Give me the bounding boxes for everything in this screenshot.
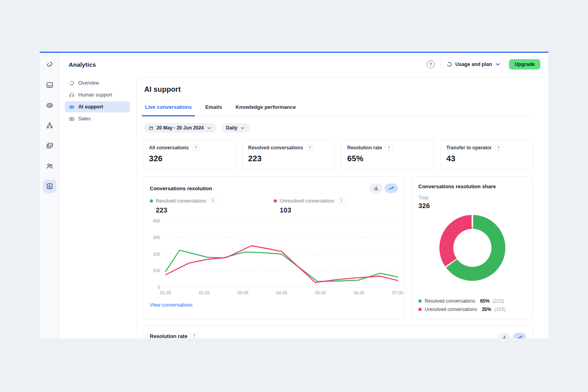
donut-legend: Resolved conversations 65% (223) Uresolv… — [418, 298, 526, 312]
legend-label: Unresolved conversations — [280, 198, 335, 204]
line-chart-xaxis: 01.0502.0503.0504.0505.0506.0507.05 — [166, 290, 398, 297]
sidebar-item-label: Sales — [78, 116, 91, 122]
legend-pct: 65% — [480, 298, 489, 304]
bar-chart-icon — [502, 335, 507, 338]
legend-value: 103 — [280, 207, 398, 214]
help-badge[interactable]: ? — [495, 145, 503, 151]
bar-chart-icon — [373, 185, 379, 191]
donut-chart — [439, 215, 505, 281]
view-conversations-link[interactable]: View conversations — [150, 302, 192, 308]
tab-live-conversations[interactable]: Live conversations — [144, 102, 193, 116]
total-label: Total — [418, 195, 526, 201]
help-badge[interactable]: ? — [191, 333, 198, 338]
line-chart-toggle[interactable] — [513, 333, 526, 338]
calendar-icon — [149, 126, 154, 131]
line-legend: Resolved conversations ? 223 Unre — [150, 198, 398, 214]
legend-label: Resolved conversations — [156, 198, 206, 204]
loader-circle-icon — [69, 80, 75, 86]
sidebar-item-human-support[interactable]: Human support — [65, 89, 130, 100]
granularity-select[interactable]: Daily — [222, 123, 250, 133]
legend-resolved: Resolved conversations ? 223 — [150, 198, 274, 214]
stat-value: 65% — [347, 154, 428, 163]
date-range-picker[interactable]: 20 May - 20 Jun 2024 — [144, 123, 216, 133]
donut-legend-resolved: Resolved conversations 65% (223) — [418, 298, 526, 304]
rail-item-ai-bot[interactable] — [43, 98, 56, 112]
sidebar-item-ai-support[interactable]: AI support — [65, 101, 130, 112]
y-tick-label: 400 — [153, 218, 160, 223]
help-badge[interactable]: ? — [192, 145, 199, 151]
tab-emails[interactable]: Emails — [205, 102, 223, 116]
usage-loader-icon — [446, 61, 453, 68]
date-range-value: 20 May - 20 Jun 2024 — [157, 125, 204, 131]
sidebar-item-label: Overview — [78, 80, 99, 86]
bar-chart-toggle[interactable] — [498, 333, 511, 338]
tab-bar: Live conversations Emails Knowledge perf… — [144, 102, 533, 116]
help-icon[interactable]: ? — [427, 60, 435, 68]
sidebar-item-overview[interactable]: Overview — [65, 77, 130, 89]
chevron-down-icon — [495, 61, 501, 68]
y-tick-label: 200 — [153, 252, 160, 257]
help-badge[interactable]: ? — [385, 145, 393, 151]
banknote-icon — [69, 116, 75, 122]
usage-and-plan-button[interactable]: Usage and plan — [446, 61, 501, 68]
trend-line-icon — [389, 185, 394, 191]
stat-label: All conversations — [149, 145, 189, 151]
usage-and-plan-label: Usage and plan — [455, 62, 492, 67]
trend-line-icon — [517, 335, 522, 338]
app-body: Analytics ? Usage and plan Upgrade — [40, 53, 548, 338]
sidebar-item-label: AI support — [78, 104, 103, 110]
bar-chart-toggle[interactable] — [369, 183, 383, 193]
sidebar-item-sales[interactable]: Sales — [65, 113, 130, 124]
rail-item-inbox[interactable] — [43, 78, 56, 92]
legend-pct: 35% — [482, 307, 491, 312]
rail-item-analytics[interactable] — [43, 180, 56, 193]
x-tick-label: 06.05 — [354, 290, 365, 295]
granularity-value: Daily — [226, 125, 238, 131]
chart-title: Resolution rate — [150, 333, 188, 339]
rail-item-conversations[interactable] — [43, 58, 56, 71]
topbar: Analytics ? Usage and plan Upgrade — [60, 53, 548, 76]
line-chart-toggle[interactable] — [385, 183, 398, 193]
resolution-share-card: Conversations resolution share Total 326… — [411, 176, 533, 319]
tab-knowledge-performance[interactable]: Knowledge performance — [235, 102, 297, 116]
stat-label: Resolution rate — [347, 145, 382, 151]
filter-bar: 20 May - 20 Jun 2024 Daily — [144, 123, 533, 133]
x-tick-label: 04.05 — [276, 290, 287, 295]
app-window: Analytics ? Usage and plan Upgrade — [40, 52, 548, 338]
stat-card-resolution-rate: Resolution rate? 65% — [341, 139, 434, 170]
main-area: AI support Live conversations Emails Kno… — [135, 76, 548, 338]
rail-item-campaigns[interactable] — [43, 139, 56, 153]
stat-card-transfer-to-operator: Transfer to operator? 43 — [440, 139, 534, 170]
content-row: Overview Human support AI support Sales — [60, 76, 548, 338]
rail-item-contacts[interactable] — [43, 159, 56, 173]
contacts-icon — [46, 162, 54, 170]
chevron-down-icon — [240, 126, 245, 131]
line-chart-svg — [166, 221, 398, 287]
topbar-actions: ? Usage and plan Upgrade — [427, 59, 540, 70]
x-tick-label: 07.05 — [392, 290, 403, 295]
section-title: AI support — [144, 85, 533, 94]
chart-type-toggles — [498, 333, 526, 338]
legend-value: 223 — [156, 207, 274, 214]
legend-label: Uresolved conversations — [425, 307, 477, 312]
bot-icon — [46, 101, 54, 109]
rail-item-flows[interactable] — [43, 119, 56, 132]
stat-value: 326 — [149, 154, 230, 163]
chevron-down-icon — [207, 126, 212, 131]
stat-cards: All conversations? 326 Resolved conversa… — [143, 139, 533, 170]
legend-dot-share-unresolved — [418, 308, 422, 311]
page-title: Analytics — [69, 61, 96, 68]
conversations-resolution-card: Conversations resolution — [143, 176, 405, 319]
help-badge[interactable]: ? — [209, 198, 217, 204]
x-tick-label: 01.05 — [160, 290, 171, 295]
analytics-icon — [46, 182, 54, 190]
x-tick-label: 03.05 — [238, 290, 249, 295]
analytics-subnav: Overview Human support AI support Sales — [60, 76, 135, 338]
legend-count: (223) — [493, 298, 504, 304]
chart-title: Conversations resolution — [150, 185, 212, 191]
upgrade-button[interactable]: Upgrade — [509, 59, 540, 70]
help-badge[interactable]: ? — [337, 198, 345, 204]
help-badge[interactable]: ? — [306, 145, 314, 151]
icon-rail — [40, 53, 60, 338]
x-tick-label: 02.05 — [199, 290, 210, 295]
